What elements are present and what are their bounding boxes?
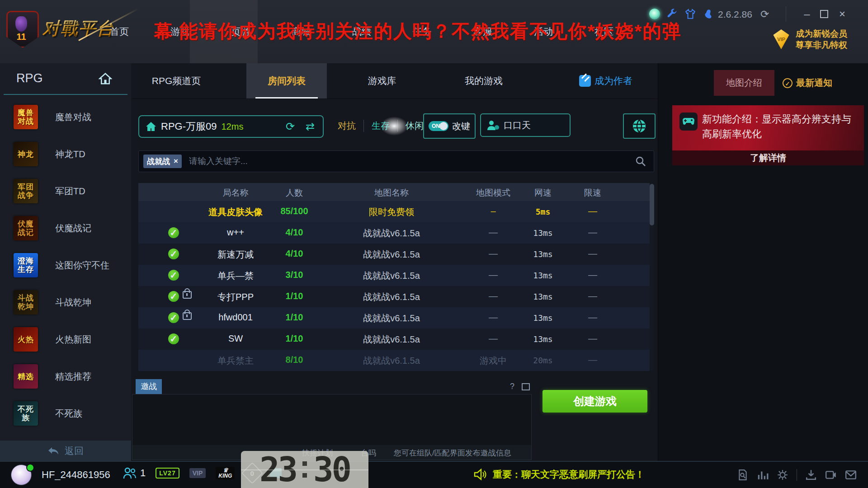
vip-banner[interactable]: VIP 成为新锐会员 尊享非凡特权 <box>771 28 847 51</box>
brush-icon[interactable] <box>703 8 714 20</box>
close-button[interactable]: × <box>835 7 850 21</box>
top-nav-item-2[interactable]: 页游 <box>231 25 250 38</box>
vip-line2: 尊享非凡特权 <box>796 39 847 51</box>
gear-icon[interactable] <box>777 469 788 481</box>
tab-map-intro[interactable]: 地图介绍 <box>714 70 774 96</box>
filter-0[interactable]: 对抗 <box>330 120 363 132</box>
room-row-2[interactable]: ✓单兵—禁3/10战就战v6.1.5a—13ms— <box>138 265 650 286</box>
content-tab-2[interactable]: 游戏库 <box>348 63 416 99</box>
top-nav-item-4[interactable]: 战绩 <box>352 25 371 38</box>
vip-badge[interactable]: VIP <box>189 468 206 478</box>
sidebar-item-5[interactable]: 斗战乾坤斗战乾坤 <box>0 284 131 321</box>
game-tile-icon: 不死族 <box>14 401 38 426</box>
search-icon[interactable] <box>635 155 646 167</box>
table-scrollbar[interactable] <box>650 183 654 371</box>
top-nav-item-5[interactable]: 任务 <box>413 25 432 38</box>
keybind-label: 改键 <box>452 120 470 132</box>
room-row-5[interactable]: ✓SW1/10战就战v6.1.5a—13ms— <box>138 328 650 350</box>
status-orb-icon[interactable] <box>649 9 660 19</box>
search-tag[interactable]: 战就战 × <box>143 155 182 168</box>
top-nav-item-1[interactable]: 游戏 <box>170 25 189 38</box>
sidebar-item-7[interactable]: 精选精选推荐 <box>0 358 131 395</box>
sidebar-item-2[interactable]: 军团战争军团TD <box>0 173 131 210</box>
back-arrow-icon <box>47 447 59 455</box>
browser-button[interactable] <box>623 113 656 139</box>
room-row-4[interactable]: ✓hfwd0011/10战就战v6.1.5a—13ms— <box>138 307 650 328</box>
room-row-3[interactable]: ✓专打PPP1/10战就战v6.1.5a—13ms— <box>138 286 650 307</box>
clock-colon <box>302 461 307 478</box>
top-nav-item-7[interactable]: 活动 <box>534 25 553 38</box>
room-open-check-icon: ✓ <box>168 227 179 238</box>
create-game-button[interactable]: 创建游戏 <box>542 390 647 413</box>
chat-shortcut-box[interactable]: 口口天 <box>480 113 571 137</box>
scrollbar-thumb[interactable] <box>650 184 654 225</box>
sidebar-item-0[interactable]: 魔兽对战魔兽对战 <box>0 99 131 136</box>
minimize-button[interactable]: – <box>799 7 815 21</box>
sidebar-item-4[interactable]: 澄海生存这图你守不住 <box>0 247 131 284</box>
tab-latest-news[interactable]: ✓ 最新通知 <box>783 70 832 96</box>
announcement[interactable]: 重要：聊天文字恶意刷屏严打公告！ <box>474 468 645 481</box>
top-nav-item-3[interactable]: 商城 <box>292 25 311 38</box>
home-icon[interactable] <box>99 72 112 85</box>
sidebar-item-6[interactable]: 火热火热新图 <box>0 321 131 358</box>
search-input[interactable] <box>188 156 635 167</box>
shirt-icon[interactable] <box>684 8 696 20</box>
speaker-icon <box>474 469 486 480</box>
platform-logo[interactable]: 11 对戰平台 <box>6 10 124 48</box>
video-icon[interactable] <box>825 469 837 481</box>
back-button[interactable]: 返回 <box>0 441 131 461</box>
room-row-6[interactable]: 单兵禁主8/10战就战v6.1.5a游戏中20ms— <box>138 350 650 371</box>
feature-notice-card[interactable]: 新功能介绍：显示器高分辨支持与高刷新率优化 <box>672 105 864 150</box>
map-mode: — <box>459 333 527 344</box>
mode-filters: 对抗生存休闲 <box>330 115 431 136</box>
version-refresh-icon[interactable]: ⟳ <box>760 8 769 20</box>
popout-icon[interactable] <box>522 383 530 390</box>
server-selector[interactable]: RPG-万服09 12ms ⟳ ⇄ <box>138 115 324 138</box>
player-count: 3/10 <box>274 270 315 280</box>
top-nav: 首页游戏页游商城战绩任务客服活动社区 <box>110 25 613 38</box>
room-row-0[interactable]: ✓w++4/10战就战v6.1.5a—13ms— <box>138 222 650 244</box>
room-row-1[interactable]: ✓新速万减4/10战就战v6.1.5a—13ms— <box>138 244 650 265</box>
content-tab-3[interactable]: 我的游戏 <box>448 63 520 99</box>
download-icon[interactable] <box>805 469 817 481</box>
notice-details-button[interactable]: 了解详情 <box>672 150 864 165</box>
keybind-toggle[interactable]: ON 改键 <box>423 113 476 139</box>
toggle-on-switch[interactable]: ON <box>429 121 448 131</box>
swap-server-icon[interactable]: ⇄ <box>306 120 315 133</box>
stats-icon[interactable] <box>757 469 769 481</box>
mail-icon[interactable] <box>845 469 857 481</box>
sidebar-item-1[interactable]: 神龙神龙TD <box>0 136 131 173</box>
notice-text: 新功能介绍：显示器高分辨支持与高刷新率优化 <box>679 112 857 141</box>
sidebar-item-3[interactable]: 伏魔战记伏魔战记 <box>0 210 131 247</box>
refresh-icon[interactable]: ⟳ <box>286 120 295 133</box>
sidebar-item-8[interactable]: 不死族不死族 <box>0 395 131 432</box>
invite-tab[interactable]: 邀战 <box>136 379 162 394</box>
titlebar-status-icons <box>649 8 714 20</box>
help-icon[interactable]: ? <box>510 382 514 391</box>
tag-close-icon[interactable]: × <box>174 157 178 166</box>
chat-user-icon <box>486 119 500 131</box>
sidebar-category-title: RPG <box>16 71 43 85</box>
map-mode: 游戏中 <box>459 355 527 367</box>
content-tab-0[interactable]: RPG频道页 <box>142 63 210 99</box>
speed-limit: — <box>575 227 611 238</box>
content-tab-1[interactable]: 房间列表 <box>246 63 327 99</box>
room-name: SW <box>193 333 278 344</box>
room-name: 新速万减 <box>193 249 278 261</box>
top-nav-item-0[interactable]: 首页 <box>110 25 129 38</box>
doc-search-icon[interactable] <box>737 469 749 481</box>
friends-icon[interactable] <box>123 467 137 479</box>
content-tab-4[interactable]: 成为作者 <box>567 63 644 99</box>
room-name: 道具皮肤头像 <box>193 206 278 218</box>
filter-1[interactable]: 生存 <box>363 120 397 132</box>
server-home-icon <box>146 122 156 131</box>
king-badge[interactable]: ♛ KING <box>216 467 235 479</box>
map-mode: — <box>459 227 527 238</box>
promo-row[interactable]: 道具皮肤头像85/100限时免费领–5ms— <box>138 201 650 222</box>
wrench-icon[interactable] <box>666 8 678 20</box>
top-nav-item-8[interactable]: 社区 <box>594 25 613 38</box>
level-badge[interactable]: LV27 <box>156 468 179 479</box>
top-nav-item-6[interactable]: 客服 <box>473 25 492 38</box>
maximize-button[interactable] <box>816 7 832 21</box>
net-speed: 13ms <box>527 228 559 238</box>
